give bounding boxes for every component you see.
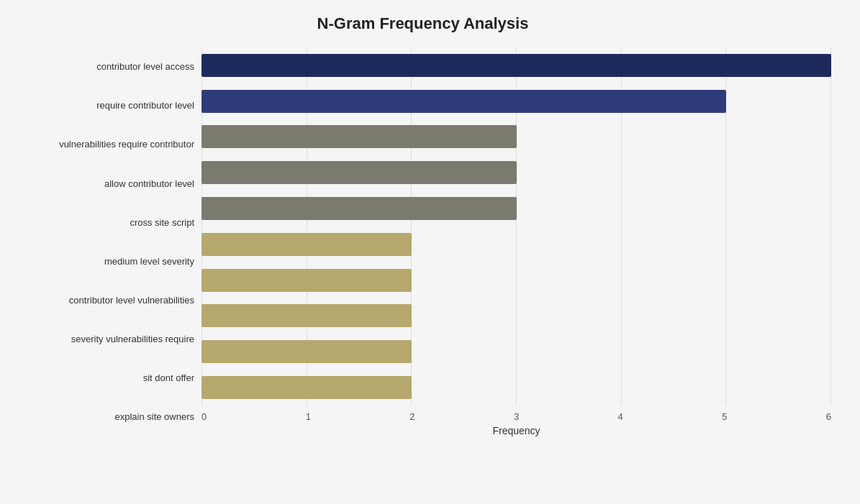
bar-row	[202, 372, 831, 403]
bar	[202, 269, 412, 292]
y-label: contributor level vulnerabilities	[14, 293, 194, 308]
y-label: require contributor level	[14, 98, 194, 113]
bar-row	[202, 193, 831, 224]
y-label: severity vulnerabilities require	[14, 332, 194, 347]
bar	[202, 233, 412, 256]
bar	[202, 340, 412, 363]
x-axis-label: Frequency	[202, 425, 831, 436]
y-label: allow contributor level	[14, 177, 194, 191]
x-tick: 6	[826, 411, 831, 422]
chart-title: N-Gram Frequency Analysis	[14, 14, 831, 33]
chart-area: contributor level accessrequire contribu…	[14, 47, 831, 436]
bar-row	[202, 336, 831, 367]
bar	[202, 125, 517, 148]
x-tick: 5	[722, 411, 727, 422]
x-tick: 1	[306, 411, 311, 422]
chart-container: N-Gram Frequency Analysis contributor le…	[0, 0, 860, 504]
y-label: medium level severity	[14, 255, 194, 269]
y-label: vulnerabilities require contributor	[14, 137, 194, 152]
bar-row	[202, 50, 831, 81]
bar-row	[202, 301, 831, 331]
x-tick: 2	[409, 411, 415, 422]
bar	[202, 54, 831, 77]
bar-row	[202, 86, 831, 116]
x-tick: 0	[202, 411, 207, 422]
x-tick: 3	[514, 411, 519, 422]
bar	[202, 90, 726, 113]
bar-row	[202, 122, 831, 152]
bar	[202, 304, 412, 327]
y-label: explain site owners	[14, 410, 194, 424]
y-label: cross site script	[14, 216, 194, 230]
y-label: sit dont offer	[14, 371, 194, 385]
y-label: contributor level access	[14, 60, 194, 74]
bar	[202, 197, 517, 220]
bar	[202, 161, 517, 184]
y-labels: contributor level accessrequire contribu…	[14, 47, 202, 436]
x-axis: 0123456	[202, 406, 831, 422]
bars-wrapper	[202, 47, 831, 406]
x-tick: 4	[618, 411, 623, 422]
bar-row	[202, 265, 831, 295]
bars-and-axes: 0123456 Frequency	[202, 47, 831, 436]
bar-row	[202, 229, 831, 260]
bar	[202, 376, 412, 399]
bar-row	[202, 157, 831, 188]
